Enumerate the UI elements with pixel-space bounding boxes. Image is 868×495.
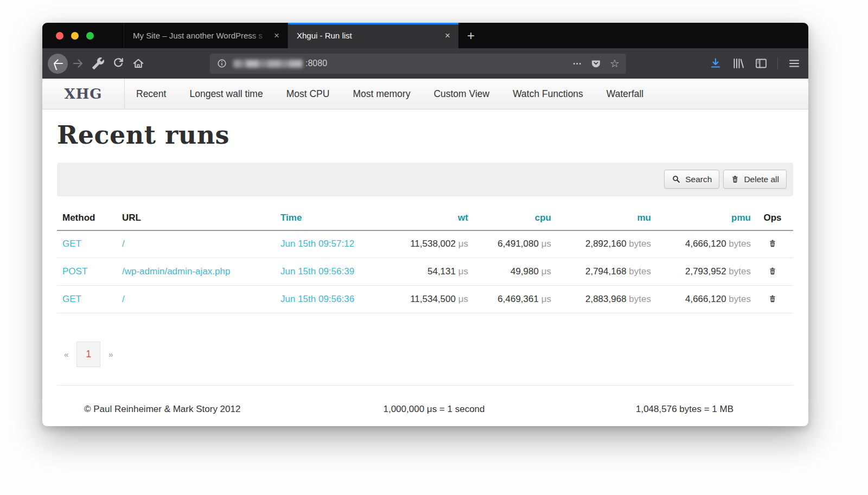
bookmark-star-icon[interactable]: ☆ bbox=[610, 58, 620, 69]
close-icon[interactable]: × bbox=[442, 31, 453, 40]
actions-toolbar: Search Delete all bbox=[57, 163, 793, 196]
cpu-unit: μs bbox=[541, 239, 551, 249]
run-time-link[interactable]: Jun 15th 09:57:12 bbox=[280, 239, 354, 249]
pmu-value: 2,793,952 bbox=[685, 266, 726, 277]
tab-title: My Site – Just another WordPress s bbox=[133, 31, 268, 40]
trash-icon bbox=[768, 294, 777, 304]
mu-unit: bytes bbox=[629, 294, 651, 304]
nav-item-longest-wall-time[interactable]: Longest wall time bbox=[189, 88, 263, 100]
pagination-current-page[interactable]: 1 bbox=[76, 342, 100, 367]
pmu-unit: bytes bbox=[729, 294, 751, 304]
run-method-link[interactable]: GET bbox=[62, 239, 81, 249]
pagination-next-button[interactable]: » bbox=[108, 350, 113, 359]
table-row: GET / Jun 15th 09:56:36 11,534,500 μs 6,… bbox=[57, 286, 793, 313]
wt-value: 54,131 bbox=[427, 266, 456, 277]
trash-icon bbox=[768, 266, 777, 276]
search-icon bbox=[672, 175, 681, 184]
xhgui-logo[interactable]: XHG bbox=[42, 79, 125, 109]
column-header-mu-sort-link[interactable]: mu bbox=[637, 213, 652, 223]
cpu-value: 6,469,361 bbox=[497, 294, 539, 304]
run-method-link[interactable]: POST bbox=[62, 266, 87, 277]
column-header-pmu-sort-link[interactable]: pmu bbox=[731, 213, 751, 223]
zoom-window-button[interactable] bbox=[86, 32, 94, 40]
close-icon[interactable]: × bbox=[271, 31, 282, 40]
browser-toolbar: :8080 ••• ☆ bbox=[42, 48, 808, 79]
wrench-icon[interactable] bbox=[92, 57, 105, 70]
column-header-wt-sort-link[interactable]: wt bbox=[458, 213, 468, 223]
delete-all-button[interactable]: Delete all bbox=[723, 170, 787, 189]
page-footer: © Paul Reinheimer & Mark Story 2012 1,00… bbox=[57, 385, 793, 415]
nav-item-watch-functions[interactable]: Watch Functions bbox=[513, 88, 583, 100]
nav-item-most-cpu[interactable]: Most CPU bbox=[286, 88, 330, 100]
pagination: « 1 » bbox=[64, 342, 808, 367]
column-header-cpu-sort-link[interactable]: cpu bbox=[535, 213, 551, 223]
delete-run-button[interactable] bbox=[766, 237, 779, 249]
mu-value: 2,794,168 bbox=[585, 266, 627, 277]
nav-item-waterfall[interactable]: Waterfall bbox=[607, 88, 643, 100]
table-header-row: Method URL Time wt cpu mu pmu Ops bbox=[57, 205, 793, 230]
trash-icon bbox=[731, 175, 739, 184]
cpu-value: 49,980 bbox=[510, 266, 539, 277]
delete-run-button[interactable] bbox=[766, 265, 779, 277]
pmu-unit: bytes bbox=[729, 239, 751, 249]
close-window-button[interactable] bbox=[56, 32, 63, 40]
mu-value: 2,883,968 bbox=[585, 294, 627, 304]
column-header-method: Method bbox=[57, 205, 121, 230]
search-button[interactable]: Search bbox=[664, 170, 719, 189]
search-button-label: Search bbox=[685, 175, 712, 184]
mu-value: 2,892,160 bbox=[585, 239, 627, 249]
library-icon[interactable] bbox=[732, 57, 745, 70]
browser-window: My Site – Just another WordPress s × Xhg… bbox=[42, 23, 808, 426]
pagination-prev-button[interactable]: « bbox=[64, 350, 68, 359]
forward-button[interactable] bbox=[72, 57, 85, 70]
minimize-window-button[interactable] bbox=[71, 32, 79, 40]
runs-table: Method URL Time wt cpu mu pmu Ops GET / … bbox=[57, 205, 793, 314]
download-icon[interactable] bbox=[709, 57, 722, 70]
back-button[interactable] bbox=[48, 54, 68, 74]
nav-item-most-memory[interactable]: Most memory bbox=[353, 88, 410, 100]
pocket-icon[interactable] bbox=[590, 58, 602, 69]
column-header-url: URL bbox=[121, 205, 279, 230]
column-header-time-sort-link[interactable]: Time bbox=[280, 213, 302, 223]
url-blurred-host bbox=[233, 60, 303, 68]
menu-hamburger-icon[interactable] bbox=[788, 57, 801, 70]
xhgui-page: XHG Recent Longest wall time Most CPU Mo… bbox=[42, 79, 808, 426]
wt-unit: μs bbox=[458, 239, 468, 249]
xhgui-navbar: XHG Recent Longest wall time Most CPU Mo… bbox=[42, 79, 808, 110]
back-arrow-icon bbox=[52, 57, 65, 70]
run-url-link[interactable]: / bbox=[122, 294, 125, 304]
reload-button[interactable] bbox=[112, 57, 125, 70]
url-bar[interactable]: :8080 ••• ☆ bbox=[210, 54, 626, 74]
url-port-text: :8080 bbox=[305, 59, 327, 68]
sidebar-toggle-icon[interactable] bbox=[755, 57, 768, 70]
info-icon[interactable] bbox=[216, 58, 227, 69]
toolbar-divider bbox=[777, 57, 778, 69]
page-actions-icon[interactable]: ••• bbox=[573, 61, 583, 67]
wt-unit: μs bbox=[458, 266, 468, 277]
nav-item-recent[interactable]: Recent bbox=[136, 88, 166, 100]
cpu-unit: μs bbox=[541, 294, 551, 304]
pmu-value: 4,666,120 bbox=[685, 294, 726, 304]
run-time-link[interactable]: Jun 15th 09:56:36 bbox=[280, 294, 354, 304]
footer-copyright: © Paul Reinheimer & Mark Story 2012 bbox=[57, 404, 328, 415]
run-time-link[interactable]: Jun 15th 09:56:39 bbox=[280, 266, 354, 277]
wt-unit: μs bbox=[458, 294, 468, 304]
browser-tab-xhgui[interactable]: Xhgui - Run list × bbox=[288, 23, 458, 48]
cpu-unit: μs bbox=[541, 266, 551, 277]
run-url-link[interactable]: /wp-admin/admin-ajax.php bbox=[122, 266, 230, 277]
pmu-value: 4,666,120 bbox=[685, 239, 726, 249]
browser-tab-wordpress[interactable]: My Site – Just another WordPress s × bbox=[124, 23, 288, 48]
window-controls bbox=[42, 23, 124, 48]
delete-all-button-label: Delete all bbox=[744, 175, 779, 184]
new-tab-button[interactable]: + bbox=[458, 23, 483, 48]
table-row: GET / Jun 15th 09:57:12 11,538,002 μs 6,… bbox=[57, 230, 793, 258]
run-method-link[interactable]: GET bbox=[62, 294, 81, 304]
delete-run-button[interactable] bbox=[766, 293, 779, 305]
nav-item-custom-view[interactable]: Custom View bbox=[433, 88, 489, 100]
run-url-link[interactable]: / bbox=[122, 239, 125, 249]
pmu-unit: bytes bbox=[729, 266, 751, 277]
table-row: POST /wp-admin/admin-ajax.php Jun 15th 0… bbox=[57, 258, 793, 286]
column-header-ops: Ops bbox=[752, 205, 793, 230]
home-button[interactable] bbox=[132, 57, 145, 70]
page-title: Recent runs bbox=[57, 121, 808, 149]
